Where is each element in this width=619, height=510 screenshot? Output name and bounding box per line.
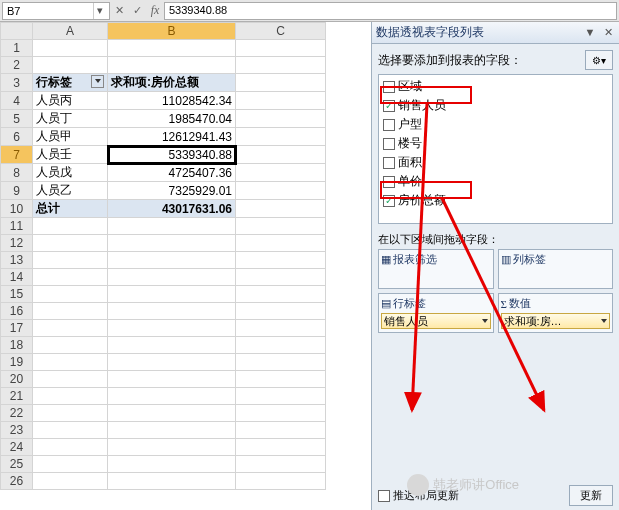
- row-header[interactable]: 3: [1, 74, 33, 92]
- update-button[interactable]: 更新: [569, 485, 613, 506]
- cell[interactable]: [108, 439, 236, 456]
- cell[interactable]: [33, 252, 108, 269]
- cell[interactable]: 人员戊: [33, 164, 108, 182]
- row-header[interactable]: 10: [1, 200, 33, 218]
- field-item[interactable]: ✓销售人员: [379, 96, 612, 115]
- row-header[interactable]: 9: [1, 182, 33, 200]
- cell[interactable]: [236, 439, 326, 456]
- cell[interactable]: [236, 286, 326, 303]
- cell[interactable]: [236, 74, 326, 92]
- cell[interactable]: [108, 40, 236, 57]
- row-header[interactable]: 17: [1, 320, 33, 337]
- row-header[interactable]: 2: [1, 57, 33, 74]
- value-field-item[interactable]: 求和项:房…: [501, 313, 611, 329]
- row-header[interactable]: 22: [1, 405, 33, 422]
- row-header[interactable]: 8: [1, 164, 33, 182]
- field-item[interactable]: 户型: [379, 115, 612, 134]
- chevron-down-icon[interactable]: [601, 319, 607, 323]
- area-column-labels[interactable]: ▥列标签: [498, 249, 614, 289]
- cell[interactable]: 11028542.34: [108, 92, 236, 110]
- cell[interactable]: [108, 371, 236, 388]
- col-header-C[interactable]: C: [236, 23, 326, 40]
- cell[interactable]: [108, 388, 236, 405]
- fx-icon[interactable]: fx: [146, 2, 164, 20]
- cell[interactable]: [236, 235, 326, 252]
- field-item[interactable]: 区域: [379, 77, 612, 96]
- field-item[interactable]: 楼号: [379, 134, 612, 153]
- cell[interactable]: [33, 40, 108, 57]
- row-header[interactable]: 6: [1, 128, 33, 146]
- row-header[interactable]: 20: [1, 371, 33, 388]
- cell[interactable]: 43017631.06: [108, 200, 236, 218]
- cell[interactable]: [236, 218, 326, 235]
- name-box[interactable]: B7 ▾: [2, 2, 110, 20]
- cell[interactable]: [33, 57, 108, 74]
- confirm-fx-icon[interactable]: ✓: [128, 2, 146, 20]
- cell[interactable]: [108, 320, 236, 337]
- col-header-B[interactable]: B: [108, 23, 236, 40]
- row-header[interactable]: 7: [1, 146, 33, 164]
- row-header[interactable]: 26: [1, 473, 33, 490]
- name-box-dropdown-icon[interactable]: ▾: [93, 3, 105, 19]
- cell[interactable]: [33, 371, 108, 388]
- cell[interactable]: [236, 422, 326, 439]
- cell[interactable]: 人员甲: [33, 128, 108, 146]
- field-item[interactable]: 单价: [379, 172, 612, 191]
- cell[interactable]: [33, 354, 108, 371]
- chevron-down-icon[interactable]: [482, 319, 488, 323]
- pane-close-icon[interactable]: ✕: [601, 26, 615, 39]
- row-header[interactable]: 12: [1, 235, 33, 252]
- cell[interactable]: 总计: [33, 200, 108, 218]
- cell[interactable]: [236, 164, 326, 182]
- cell[interactable]: [236, 371, 326, 388]
- pivot-filter-dropdown-icon[interactable]: [91, 75, 104, 88]
- cell[interactable]: [33, 235, 108, 252]
- cell[interactable]: [33, 303, 108, 320]
- cell[interactable]: 4725407.36: [108, 164, 236, 182]
- area-report-filter[interactable]: ▦报表筛选: [378, 249, 494, 289]
- area-row-labels[interactable]: ▤行标签 销售人员: [378, 293, 494, 333]
- row-header[interactable]: 19: [1, 354, 33, 371]
- cell[interactable]: [108, 422, 236, 439]
- cell[interactable]: [33, 320, 108, 337]
- cell[interactable]: [236, 354, 326, 371]
- field-item[interactable]: 面积: [379, 153, 612, 172]
- cell[interactable]: 人员壬: [33, 146, 108, 164]
- cell[interactable]: 12612941.43: [108, 128, 236, 146]
- cell[interactable]: [33, 337, 108, 354]
- cell[interactable]: [108, 303, 236, 320]
- cell[interactable]: [236, 110, 326, 128]
- cell[interactable]: 7325929.01: [108, 182, 236, 200]
- cell[interactable]: [236, 40, 326, 57]
- cell[interactable]: 人员丁: [33, 110, 108, 128]
- row-header[interactable]: 16: [1, 303, 33, 320]
- row-header[interactable]: 4: [1, 92, 33, 110]
- cell[interactable]: [108, 57, 236, 74]
- cancel-fx-icon[interactable]: ✕: [110, 2, 128, 20]
- cell[interactable]: [236, 337, 326, 354]
- row-header[interactable]: 23: [1, 422, 33, 439]
- cell[interactable]: [236, 57, 326, 74]
- cell[interactable]: [236, 303, 326, 320]
- cell[interactable]: [108, 405, 236, 422]
- row-header[interactable]: 5: [1, 110, 33, 128]
- cell[interactable]: [33, 405, 108, 422]
- row-header[interactable]: 1: [1, 40, 33, 57]
- cell[interactable]: [236, 405, 326, 422]
- col-header-A[interactable]: A: [33, 23, 108, 40]
- cell[interactable]: 人员乙: [33, 182, 108, 200]
- cell[interactable]: [236, 92, 326, 110]
- area-values[interactable]: Σ数值 求和项:房…: [498, 293, 614, 333]
- cell[interactable]: [236, 182, 326, 200]
- cell[interactable]: 求和项:房价总额: [108, 74, 236, 92]
- cell[interactable]: [108, 269, 236, 286]
- row-header[interactable]: 24: [1, 439, 33, 456]
- row-header[interactable]: 11: [1, 218, 33, 235]
- cell[interactable]: [236, 128, 326, 146]
- layout-options-button[interactable]: ⚙▾: [585, 50, 613, 70]
- cell[interactable]: [33, 422, 108, 439]
- row-header[interactable]: 21: [1, 388, 33, 405]
- cell[interactable]: [33, 269, 108, 286]
- cell[interactable]: [236, 473, 326, 490]
- cell[interactable]: [33, 218, 108, 235]
